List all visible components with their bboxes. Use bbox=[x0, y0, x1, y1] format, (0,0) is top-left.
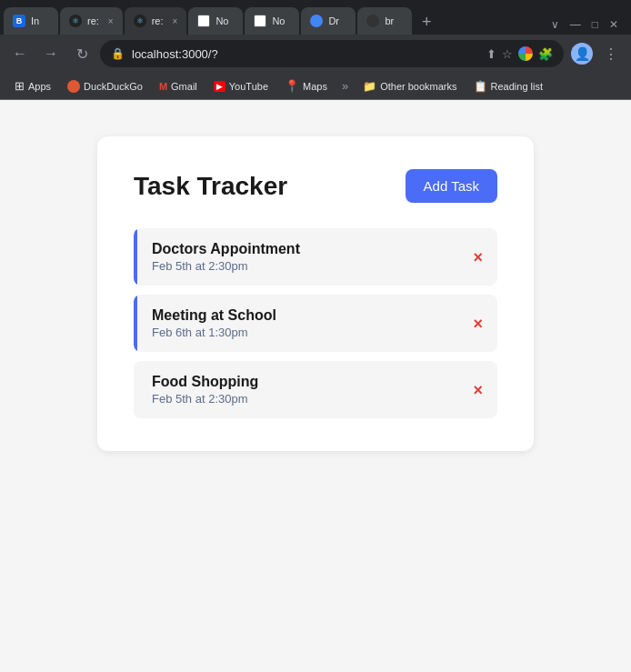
bookmark-other[interactable]: 📁 Other bookmarks bbox=[356, 78, 464, 95]
task-time-3: Feb 5th at 2:30pm bbox=[152, 392, 258, 406]
nav-right-controls: 👤 ⋮ bbox=[569, 41, 624, 66]
app-header: Task Tracker Add Task bbox=[134, 169, 497, 203]
task-item-2: Meeting at School Feb 6th at 1:30pm × bbox=[134, 295, 497, 352]
task-delete-button-1[interactable]: × bbox=[473, 249, 483, 266]
tab-notion2[interactable]: No bbox=[245, 7, 299, 35]
bookmark-reading-label: Reading list bbox=[491, 81, 543, 92]
bookmark-star-icon[interactable]: ☆ bbox=[502, 47, 513, 61]
navigation-bar: ← → ↻ 🔒 localhost:3000/? ⬆ ☆ 🧩 👤 bbox=[0, 35, 631, 73]
tab-label-notion2: No bbox=[272, 15, 285, 26]
tab-notion1[interactable]: No bbox=[188, 7, 243, 35]
bookmarks-bar: ⊞ Apps DuckDuckGo M Gmail ▶ YouTube 📍 Ma… bbox=[0, 73, 631, 100]
bookmark-youtube-label: YouTube bbox=[229, 81, 268, 92]
window-close-icon[interactable]: ✕ bbox=[609, 18, 618, 31]
lock-icon: 🔒 bbox=[111, 47, 125, 60]
profile-avatar[interactable]: 👤 bbox=[571, 43, 593, 65]
page-content: Task Tracker Add Task Doctors Appointmen… bbox=[0, 100, 631, 672]
tab-label-dr: Dr bbox=[328, 15, 339, 26]
forward-button[interactable]: → bbox=[38, 41, 64, 66]
tab-close-react-active[interactable]: × bbox=[173, 16, 178, 26]
share-icon[interactable]: ⬆ bbox=[486, 47, 496, 61]
more-bookmarks-button[interactable]: » bbox=[336, 77, 354, 95]
page-title: Task Tracker bbox=[134, 172, 287, 201]
bookmark-maps-label: Maps bbox=[303, 81, 327, 92]
task-list: Doctors Appointment Feb 5th at 2:30pm × … bbox=[134, 228, 497, 418]
tab-bar: B In ⚛ re: × ⚛ re: × No No Dr bbox=[0, 0, 631, 35]
tab-icon-react1: ⚛ bbox=[72, 16, 79, 25]
more-options-button[interactable]: ⋮ bbox=[598, 41, 624, 66]
task-content-1: Doctors Appointment Feb 5th at 2:30pm bbox=[148, 241, 300, 273]
more-options-icon: ⋮ bbox=[604, 45, 618, 63]
gmail-icon: M bbox=[159, 81, 167, 92]
bookmark-apps[interactable]: ⊞ Apps bbox=[7, 77, 58, 95]
task-name-1: Doctors Appointment bbox=[152, 241, 300, 257]
address-bar[interactable]: 🔒 localhost:3000/? ⬆ ☆ 🧩 bbox=[100, 40, 564, 67]
tab-dr[interactable]: Dr bbox=[301, 7, 356, 35]
bookmark-duckduckgo-label: DuckDuckGo bbox=[84, 81, 143, 92]
tab-label: In bbox=[31, 15, 39, 26]
tab-github[interactable]: br bbox=[357, 7, 412, 35]
task-time-1: Feb 5th at 2:30pm bbox=[152, 259, 300, 273]
window-minimize-icon[interactable]: — bbox=[570, 18, 581, 31]
window-chevron-icon[interactable]: ∨ bbox=[551, 18, 559, 31]
forward-icon: → bbox=[44, 45, 58, 62]
tab-icon-label: B bbox=[16, 16, 23, 25]
youtube-icon: ▶ bbox=[214, 81, 225, 92]
task-content-2: Meeting at School Feb 6th at 1:30pm bbox=[148, 307, 276, 339]
app-card: Task Tracker Add Task Doctors Appointmen… bbox=[97, 136, 534, 451]
window-controls: ∨ — □ ✕ bbox=[551, 18, 627, 35]
bookmark-gmail-label: Gmail bbox=[171, 81, 197, 92]
task-delete-button-2[interactable]: × bbox=[473, 316, 483, 332]
duckduckgo-icon bbox=[67, 80, 80, 93]
maps-icon: 📍 bbox=[285, 79, 299, 93]
refresh-icon: ↻ bbox=[76, 45, 88, 63]
window-maximize-icon[interactable]: □ bbox=[592, 18, 598, 31]
bookmark-reading[interactable]: 📋 Reading list bbox=[466, 78, 550, 95]
task-item-3: Food Shopping Feb 5th at 2:30pm × bbox=[134, 361, 497, 418]
refresh-button[interactable]: ↻ bbox=[69, 41, 95, 66]
chrome-icon bbox=[518, 46, 533, 61]
tab-label-notion1: No bbox=[215, 15, 228, 26]
address-text: localhost:3000/? bbox=[132, 47, 479, 61]
bookmark-maps[interactable]: 📍 Maps bbox=[277, 77, 335, 95]
account-icon[interactable]: 👤 bbox=[569, 41, 595, 66]
tab-label-react-active: re: bbox=[152, 15, 164, 26]
task-name-3: Food Shopping bbox=[152, 374, 258, 390]
add-task-button[interactable]: Add Task bbox=[406, 169, 497, 203]
tab-label-github: br bbox=[385, 15, 394, 26]
back-button[interactable]: ← bbox=[7, 41, 33, 66]
address-icons: ⬆ ☆ 🧩 bbox=[486, 46, 553, 61]
bookmark-youtube[interactable]: ▶ YouTube bbox=[206, 79, 275, 94]
puzzle-icon[interactable]: 🧩 bbox=[538, 47, 553, 61]
tab-icon-react-active: ⚛ bbox=[136, 16, 144, 25]
new-tab-button[interactable]: + bbox=[414, 9, 439, 35]
tab-bitbucket[interactable]: B In bbox=[4, 7, 58, 35]
task-time-2: Feb 6th at 1:30pm bbox=[152, 326, 276, 339]
avatar-image: 👤 bbox=[575, 46, 590, 61]
task-name-2: Meeting at School bbox=[152, 307, 276, 324]
back-icon: ← bbox=[13, 45, 27, 62]
new-tab-icon: + bbox=[422, 13, 432, 32]
task-delete-button-3[interactable]: × bbox=[473, 382, 483, 398]
tab-react1[interactable]: ⚛ re: × bbox=[60, 7, 123, 35]
tab-react-active[interactable]: ⚛ re: × bbox=[125, 7, 187, 35]
apps-icon: ⊞ bbox=[15, 79, 25, 93]
tab-close-react1[interactable]: × bbox=[108, 16, 114, 26]
bookmark-gmail[interactable]: M Gmail bbox=[152, 79, 205, 94]
task-item-1: Doctors Appointment Feb 5th at 2:30pm × bbox=[134, 228, 497, 286]
bookmark-other-icon: 📁 bbox=[363, 80, 376, 93]
tab-label-react1: re: bbox=[87, 15, 99, 26]
task-content-3: Food Shopping Feb 5th at 2:30pm bbox=[148, 374, 258, 406]
bookmark-duckduckgo[interactable]: DuckDuckGo bbox=[60, 78, 150, 95]
bookmark-apps-label: Apps bbox=[28, 81, 51, 92]
bookmark-other-label: Other bookmarks bbox=[380, 81, 456, 92]
bookmark-reading-icon: 📋 bbox=[474, 80, 487, 93]
browser-window: B In ⚛ re: × ⚛ re: × No No Dr bbox=[0, 0, 631, 672]
